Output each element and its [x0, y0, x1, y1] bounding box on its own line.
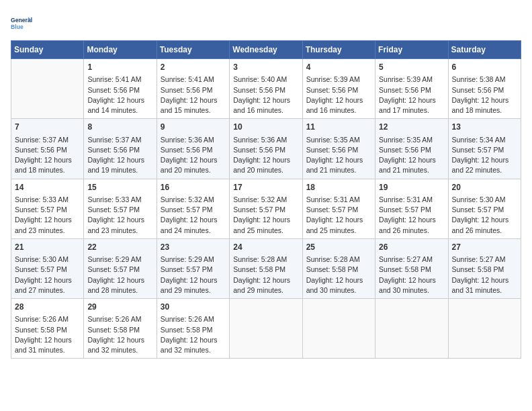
calendar-day-cell — [302, 299, 375, 359]
calendar-day-cell — [230, 299, 302, 359]
day-number: 5 — [379, 62, 444, 73]
calendar-day-cell: 9Sunrise: 5:36 AMSunset: 5:56 PMDaylight… — [157, 119, 229, 179]
svg-text:Blue: Blue — [11, 24, 24, 30]
calendar-day-cell: 14Sunrise: 5:33 AMSunset: 5:57 PMDayligh… — [11, 179, 84, 238]
day-info: Sunrise: 5:37 AMSunset: 5:56 PMDaylight:… — [15, 135, 80, 176]
calendar-day-cell: 22Sunrise: 5:29 AMSunset: 5:57 PMDayligh… — [84, 238, 157, 298]
calendar-day-cell: 11Sunrise: 5:35 AMSunset: 5:56 PMDayligh… — [302, 119, 375, 179]
calendar-day-cell — [375, 299, 448, 359]
day-number: 17 — [233, 182, 298, 193]
day-info: Sunrise: 5:39 AMSunset: 5:56 PMDaylight:… — [306, 75, 371, 116]
calendar-day-cell: 5Sunrise: 5:39 AMSunset: 5:56 PMDaylight… — [375, 59, 448, 119]
calendar-day-cell: 12Sunrise: 5:35 AMSunset: 5:56 PMDayligh… — [375, 119, 448, 179]
day-number: 23 — [161, 242, 226, 253]
day-number: 19 — [379, 182, 444, 193]
day-info: Sunrise: 5:41 AMSunset: 5:56 PMDaylight:… — [87, 75, 152, 116]
day-info: Sunrise: 5:34 AMSunset: 5:57 PMDaylight:… — [452, 135, 517, 176]
day-info: Sunrise: 5:33 AMSunset: 5:57 PMDaylight:… — [87, 195, 152, 236]
calendar-day-cell: 20Sunrise: 5:30 AMSunset: 5:57 PMDayligh… — [448, 179, 521, 238]
day-info: Sunrise: 5:27 AMSunset: 5:58 PMDaylight:… — [452, 255, 517, 295]
day-number: 27 — [452, 242, 517, 253]
day-info: Sunrise: 5:37 AMSunset: 5:56 PMDaylight:… — [87, 135, 152, 176]
day-number: 12 — [379, 122, 444, 133]
day-info: Sunrise: 5:30 AMSunset: 5:57 PMDaylight:… — [452, 195, 517, 236]
day-info: Sunrise: 5:32 AMSunset: 5:57 PMDaylight:… — [161, 195, 226, 236]
day-info: Sunrise: 5:26 AMSunset: 5:58 PMDaylight:… — [161, 314, 226, 355]
calendar-day-cell: 8Sunrise: 5:37 AMSunset: 5:56 PMDaylight… — [84, 119, 157, 179]
weekday-header: Sunday — [11, 41, 84, 59]
calendar-week-row: 14Sunrise: 5:33 AMSunset: 5:57 PMDayligh… — [11, 179, 521, 238]
day-number: 18 — [306, 182, 371, 193]
calendar-day-cell — [11, 59, 84, 119]
day-info: Sunrise: 5:32 AMSunset: 5:57 PMDaylight:… — [233, 195, 298, 236]
calendar-day-cell: 6Sunrise: 5:38 AMSunset: 5:56 PMDaylight… — [448, 59, 521, 119]
day-info: Sunrise: 5:38 AMSunset: 5:56 PMDaylight:… — [452, 75, 517, 116]
day-number: 21 — [15, 242, 80, 253]
day-number: 10 — [233, 122, 298, 133]
day-number: 26 — [379, 242, 444, 253]
day-info: Sunrise: 5:26 AMSunset: 5:58 PMDaylight:… — [15, 314, 80, 355]
calendar-day-cell: 4Sunrise: 5:39 AMSunset: 5:56 PMDaylight… — [302, 59, 375, 119]
weekday-header: Tuesday — [157, 41, 229, 59]
calendar-day-cell: 10Sunrise: 5:36 AMSunset: 5:56 PMDayligh… — [230, 119, 302, 179]
calendar-day-cell: 1Sunrise: 5:41 AMSunset: 5:56 PMDaylight… — [84, 59, 157, 119]
calendar-day-cell: 3Sunrise: 5:40 AMSunset: 5:56 PMDaylight… — [230, 59, 302, 119]
day-number: 15 — [87, 182, 152, 193]
calendar-day-cell: 27Sunrise: 5:27 AMSunset: 5:58 PMDayligh… — [448, 238, 521, 298]
day-info: Sunrise: 5:27 AMSunset: 5:58 PMDaylight:… — [379, 255, 444, 295]
calendar-day-cell: 13Sunrise: 5:34 AMSunset: 5:57 PMDayligh… — [448, 119, 521, 179]
calendar-day-cell: 16Sunrise: 5:32 AMSunset: 5:57 PMDayligh… — [157, 179, 229, 238]
calendar-day-cell: 28Sunrise: 5:26 AMSunset: 5:58 PMDayligh… — [11, 299, 84, 359]
day-number: 14 — [15, 182, 80, 193]
day-info: Sunrise: 5:36 AMSunset: 5:56 PMDaylight:… — [233, 135, 298, 176]
page-header: General Blue — [11, 11, 521, 35]
day-number: 25 — [306, 242, 371, 253]
day-number: 22 — [87, 242, 152, 253]
calendar-day-cell: 21Sunrise: 5:30 AMSunset: 5:57 PMDayligh… — [11, 238, 84, 298]
day-number: 16 — [161, 182, 226, 193]
weekday-header: Monday — [84, 41, 157, 59]
calendar-day-cell: 25Sunrise: 5:28 AMSunset: 5:58 PMDayligh… — [302, 238, 375, 298]
day-number: 8 — [87, 122, 152, 133]
day-number: 29 — [87, 302, 152, 313]
calendar-table: SundayMondayTuesdayWednesdayThursdayFrid… — [11, 40, 521, 359]
calendar-day-cell: 17Sunrise: 5:32 AMSunset: 5:57 PMDayligh… — [230, 179, 302, 238]
calendar-week-row: 28Sunrise: 5:26 AMSunset: 5:58 PMDayligh… — [11, 299, 521, 359]
calendar-day-cell — [448, 299, 521, 359]
weekday-header: Friday — [375, 41, 448, 59]
calendar-day-cell: 23Sunrise: 5:29 AMSunset: 5:57 PMDayligh… — [157, 238, 229, 298]
calendar-day-cell: 19Sunrise: 5:31 AMSunset: 5:57 PMDayligh… — [375, 179, 448, 238]
calendar-week-row: 21Sunrise: 5:30 AMSunset: 5:57 PMDayligh… — [11, 238, 521, 298]
day-info: Sunrise: 5:35 AMSunset: 5:56 PMDaylight:… — [306, 135, 371, 176]
day-info: Sunrise: 5:39 AMSunset: 5:56 PMDaylight:… — [379, 75, 444, 116]
day-info: Sunrise: 5:28 AMSunset: 5:58 PMDaylight:… — [306, 255, 371, 295]
day-info: Sunrise: 5:36 AMSunset: 5:56 PMDaylight:… — [161, 135, 226, 176]
day-number: 28 — [15, 302, 80, 313]
logo: General Blue — [11, 11, 35, 35]
day-number: 3 — [233, 62, 298, 73]
calendar-day-cell: 24Sunrise: 5:28 AMSunset: 5:58 PMDayligh… — [230, 238, 302, 298]
calendar-day-cell: 7Sunrise: 5:37 AMSunset: 5:56 PMDaylight… — [11, 119, 84, 179]
weekday-header: Saturday — [448, 41, 521, 59]
weekday-header: Thursday — [302, 41, 375, 59]
day-info: Sunrise: 5:31 AMSunset: 5:57 PMDaylight:… — [306, 195, 371, 236]
weekday-header: Wednesday — [230, 41, 302, 59]
calendar-day-cell: 15Sunrise: 5:33 AMSunset: 5:57 PMDayligh… — [84, 179, 157, 238]
day-number: 20 — [452, 182, 517, 193]
day-number: 1 — [87, 62, 152, 73]
calendar-day-cell: 30Sunrise: 5:26 AMSunset: 5:58 PMDayligh… — [157, 299, 229, 359]
day-info: Sunrise: 5:30 AMSunset: 5:57 PMDaylight:… — [15, 255, 80, 295]
day-number: 2 — [161, 62, 226, 73]
day-info: Sunrise: 5:31 AMSunset: 5:57 PMDaylight:… — [379, 195, 444, 236]
day-info: Sunrise: 5:28 AMSunset: 5:58 PMDaylight:… — [233, 255, 298, 295]
day-number: 24 — [233, 242, 298, 253]
calendar-day-cell: 26Sunrise: 5:27 AMSunset: 5:58 PMDayligh… — [375, 238, 448, 298]
day-number: 13 — [452, 122, 517, 133]
day-info: Sunrise: 5:35 AMSunset: 5:56 PMDaylight:… — [379, 135, 444, 176]
day-number: 4 — [306, 62, 371, 73]
day-number: 7 — [15, 122, 80, 133]
day-info: Sunrise: 5:29 AMSunset: 5:57 PMDaylight:… — [87, 255, 152, 295]
day-number: 9 — [161, 122, 226, 133]
day-number: 11 — [306, 122, 371, 133]
calendar-header-row: SundayMondayTuesdayWednesdayThursdayFrid… — [11, 41, 521, 59]
